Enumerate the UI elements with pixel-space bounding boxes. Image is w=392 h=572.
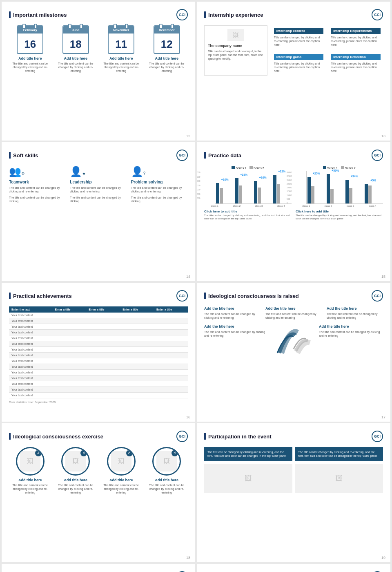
slide-softskills: Soft skills GCI 👥⚙ Teamwork The title an… <box>2 142 195 281</box>
skill-teamwork: 👥⚙ Teamwork The title and content can be… <box>9 166 66 206</box>
exercise-circle-C: 🖼 C <box>107 447 136 476</box>
exercise-grid: 🖼 A Add title here The title and content… <box>9 447 188 494</box>
bar-chart-2: +25% +50% +34% <box>306 171 383 204</box>
slide-achievements-title: Practical achievements GCI <box>9 290 188 302</box>
achievements-table: Enter the text Enter a title Enter a tit… <box>9 306 188 398</box>
slide-softskills-title: Soft skills GCI <box>9 150 188 161</box>
y-axis-1: 7,0006,0005,0004,0003,0002,0001,0000 <box>197 171 200 204</box>
arrow-visual-container <box>273 324 314 359</box>
exercise-label-A: A <box>35 450 42 456</box>
table-row: Your text content <box>9 341 188 347</box>
ideo-item-0: Add the title here The title and content… <box>204 306 261 320</box>
leadership-icon: 👤★ <box>70 166 127 177</box>
ideo-top-grid: Add the title here The title and content… <box>204 306 383 320</box>
slide-exercise-icon: GCI <box>176 431 188 442</box>
slide-exercise-title: Ideological consciousness exercise GCI <box>9 431 188 442</box>
exercise-circle-B: 🖼 B <box>61 447 90 476</box>
slide-participation-icon: GCI <box>372 431 383 442</box>
skill-problem-solving: 👤? Problem solving The title and content… <box>131 166 188 206</box>
slide-milestones-icon: GCI <box>176 9 188 20</box>
internship-layout: 🖼 The company name Title can be changed … <box>204 25 383 76</box>
chart1-legend: Series 1 Series 2 <box>204 166 292 170</box>
slide-exercise: Ideological consciousness exercise GCI 🖼… <box>2 423 195 562</box>
chart-2: Series 1 Series 2 4,0003,5003,0002,5002,… <box>296 166 383 221</box>
intern-box-0: Internship content Title can be changed … <box>272 25 326 49</box>
y-axis-2: 4,0003,5003,0002,5002,0001,5001,0005000 <box>287 171 292 204</box>
exercise-item-B: 🖼 B Add title here The title and content… <box>55 447 97 494</box>
bar-chart-1: +10% +18% +16% <box>215 171 292 204</box>
exercise-label-D: D <box>172 450 178 456</box>
slide-participation: Participation in the event GCI The title… <box>197 423 390 562</box>
calendar-dec-icon: December 12 <box>154 25 180 54</box>
slide-achievements-icon: GCI <box>176 290 188 302</box>
skills-grid: 👥⚙ Teamwork The title and content can be… <box>9 166 188 206</box>
slide-changes: Changes over time GCI October 1, 2029 Ad… <box>197 564 390 572</box>
table-row: Your text content <box>9 335 188 341</box>
bar-group-2-3: +5% <box>365 184 383 203</box>
teamwork-icon: 👥⚙ <box>9 166 66 177</box>
skill-leadership: 👤★ Leadership The title and content can … <box>70 166 127 206</box>
slide-aspects: All aspects of life have changed GCI 🖼 A… <box>2 564 195 572</box>
exercise-label-C: C <box>126 450 133 456</box>
exercise-item-C: 🖼 C Add title here The title and content… <box>100 447 143 494</box>
slide-participation-title: Participation in the event GCI <box>204 431 383 442</box>
table-row: Your text content <box>9 347 188 353</box>
slide-achievements: Practical achievements GCI Enter the tex… <box>2 283 195 422</box>
intern-box-1: Internship Requirements Title can be cha… <box>328 25 383 49</box>
table-row: Your text content <box>9 387 188 393</box>
bar-group-1-2: +16% <box>254 181 272 203</box>
table-header-row: Enter the text Enter a title Enter a tit… <box>9 306 188 313</box>
participation-bottom: 🖼 🖼 <box>204 464 383 493</box>
milestone-dec: December 12 Add title here The title and… <box>146 25 188 73</box>
slide-practicedata: Practice data GCI Series 1 Series 2 7,00… <box>197 142 390 281</box>
chart-1: Series 1 Series 2 7,0006,0005,0004,0003,… <box>204 166 292 221</box>
problem-solving-icon: 👤? <box>131 166 188 177</box>
slide-practicedata-title: Practice data GCI <box>204 150 383 161</box>
slide-milestones: Important milestones GCI February 16 Add… <box>2 2 195 141</box>
intern-box-2: Internship gains Title can be changed by… <box>272 51 326 75</box>
table-row: Your text content <box>9 370 188 375</box>
exercise-item-A: 🖼 A Add title here The title and content… <box>9 447 51 494</box>
internship-boxes-grid: Internship content Title can be changed … <box>272 25 383 76</box>
participation-top: The title can be changed by clicking and… <box>204 447 383 461</box>
slide-internship: Internship experience GCI 🖼 The company … <box>197 2 390 141</box>
slide-practicedata-icon: GCI <box>372 150 383 161</box>
ideo-item-4: Add the title here The title and content… <box>319 324 383 359</box>
ideo-item-3: Add the title here The title and content… <box>204 324 268 359</box>
slides-grid: Important milestones GCI February 16 Add… <box>0 0 392 572</box>
company-box: 🖼 The company name Title can be changed … <box>204 25 267 76</box>
part-box-0: The title can be changed by clicking and… <box>204 447 292 461</box>
slide-ideological: Ideological consciousness is raised GCI … <box>197 283 390 422</box>
intern-box-3: Internship Reflection Title can be chang… <box>328 51 383 75</box>
table-row: Your text content <box>9 324 188 330</box>
bar-group-1-0: +10% <box>216 183 234 203</box>
table-row: Your text content <box>9 375 188 381</box>
slide-softskills-icon: GCI <box>176 150 188 161</box>
slide-milestones-title: Important milestones GCI <box>9 9 188 20</box>
exercise-item-D: 🖼 D Add title here The title and content… <box>146 447 188 494</box>
slide-internship-icon: GCI <box>372 9 383 20</box>
milestone-feb: February 16 Add title here The title and… <box>9 25 51 73</box>
part-box-1: The title can be changed by clicking and… <box>295 447 383 461</box>
calendar-jun-icon: June 18 <box>62 25 89 54</box>
slide-ideological-title: Ideological consciousness is raised GCI <box>204 290 383 302</box>
table-row: Your text content <box>9 318 188 324</box>
slide-internship-title: Internship experience GCI <box>204 9 383 20</box>
exercise-circle-D: 🖼 D <box>152 447 181 476</box>
table-row: Your text content <box>9 330 188 335</box>
company-image: 🖼 <box>227 29 244 41</box>
part-img-1: 🖼 <box>295 464 383 493</box>
calendar-feb-icon: February 16 <box>17 25 43 54</box>
bar-group-2-1: +50% <box>327 174 345 203</box>
exercise-label-B: B <box>80 450 87 456</box>
calendar-rings-dec <box>159 24 174 29</box>
milestone-jun: June 18 Add title here The title and con… <box>55 25 97 73</box>
bar-group-2-2: +34% <box>345 180 363 203</box>
arrow-svg <box>273 324 314 357</box>
charts-row: Series 1 Series 2 7,0006,0005,0004,0003,… <box>204 166 383 221</box>
ideo-bottom-row: Add the title here The title and content… <box>204 324 383 359</box>
ideo-item-1: Add the title here The title and content… <box>265 306 322 320</box>
table-row: Your text content <box>9 393 188 398</box>
calendar-rings-jun <box>68 24 83 29</box>
calendar-nov-icon: November 11 <box>108 25 134 54</box>
